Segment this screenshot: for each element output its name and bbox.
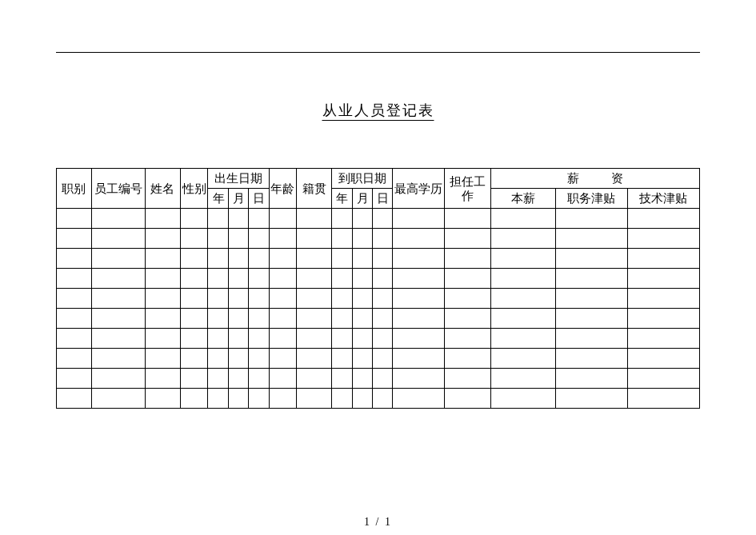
- table-cell: [228, 269, 248, 289]
- table-row: [57, 229, 700, 249]
- table-cell: [490, 309, 555, 329]
- table-cell: [91, 329, 145, 349]
- table-cell: [249, 389, 269, 409]
- table-row: [57, 389, 700, 409]
- table-cell: [180, 389, 208, 409]
- col-job-category: 职别: [57, 169, 92, 209]
- col-name-label: 姓名: [150, 182, 174, 195]
- table-header: 职别 员工编号 姓名 性别 出生日期 年龄 籍贯 到职日期 最高学历 担任工作 …: [57, 169, 700, 209]
- table-cell: [180, 309, 208, 329]
- col-birth-year: 年: [208, 189, 228, 209]
- table-cell: [57, 349, 92, 369]
- table-cell: [145, 369, 180, 389]
- table-cell: [555, 249, 627, 269]
- table-cell: [352, 389, 372, 409]
- table-cell: [269, 269, 297, 289]
- table-cell: [555, 369, 627, 389]
- table-row: [57, 369, 700, 389]
- table-cell: [352, 249, 372, 269]
- table-cell: [332, 289, 352, 309]
- table-cell: [490, 269, 555, 289]
- table-cell: [332, 309, 352, 329]
- col-birth-day: 日: [249, 189, 269, 209]
- table-row: [57, 309, 700, 329]
- table-cell: [145, 349, 180, 369]
- table-row: [57, 349, 700, 369]
- table-cell: [180, 349, 208, 369]
- table-cell: [91, 309, 145, 329]
- table-cell: [445, 289, 491, 309]
- col-gender: 性别: [180, 169, 208, 209]
- table-cell: [57, 369, 92, 389]
- table-cell: [352, 329, 372, 349]
- table-cell: [445, 329, 491, 349]
- table-cell: [297, 389, 332, 409]
- table-cell: [490, 289, 555, 309]
- col-native-place: 籍贯: [297, 169, 332, 209]
- col-hire-month-label: 月: [357, 192, 368, 205]
- table-cell: [228, 289, 248, 309]
- table-cell: [490, 389, 555, 409]
- table-cell: [372, 249, 392, 269]
- table-cell: [445, 269, 491, 289]
- table-cell: [297, 349, 332, 369]
- table-cell: [393, 389, 445, 409]
- table-cell: [372, 389, 392, 409]
- col-base-salary: 本薪: [490, 189, 555, 209]
- table-cell: [445, 309, 491, 329]
- table-cell: [627, 289, 699, 309]
- table-cell: [208, 349, 228, 369]
- table-cell: [445, 369, 491, 389]
- table-cell: [208, 369, 228, 389]
- col-birth-date-label: 出生日期: [214, 172, 262, 185]
- table-cell: [372, 209, 392, 229]
- table-cell: [228, 349, 248, 369]
- col-salary-group-label: 薪资: [535, 172, 655, 185]
- table-cell: [208, 389, 228, 409]
- table-cell: [249, 349, 269, 369]
- table-cell: [555, 269, 627, 289]
- col-native-place-label: 籍贯: [302, 182, 326, 195]
- col-birth-month-label: 月: [233, 192, 244, 205]
- col-assigned-work-label: 担任工作: [450, 175, 486, 202]
- table-cell: [555, 229, 627, 249]
- table-cell: [91, 349, 145, 369]
- table-cell: [627, 269, 699, 289]
- table-cell: [269, 289, 297, 309]
- table-cell: [145, 289, 180, 309]
- table-cell: [627, 229, 699, 249]
- col-birth-year-label: 年: [213, 192, 224, 205]
- table-cell: [269, 309, 297, 329]
- table-cell: [249, 209, 269, 229]
- table-cell: [228, 389, 248, 409]
- page-title: 从业人员登记表: [322, 101, 434, 120]
- page-footer: 1 / 1: [0, 516, 756, 529]
- col-gender-label: 性别: [182, 182, 206, 195]
- table-cell: [180, 289, 208, 309]
- table-cell: [180, 369, 208, 389]
- table-cell: [393, 269, 445, 289]
- col-hire-year: 年: [332, 189, 352, 209]
- table-cell: [490, 229, 555, 249]
- table-cell: [627, 389, 699, 409]
- table-cell: [269, 369, 297, 389]
- table-cell: [332, 369, 352, 389]
- table-cell: [228, 329, 248, 349]
- table-cell: [269, 249, 297, 269]
- table-cell: [352, 229, 372, 249]
- col-hire-day: 日: [372, 189, 392, 209]
- employee-register-table: 职别 员工编号 姓名 性别 出生日期 年龄 籍贯 到职日期 最高学历 担任工作 …: [56, 168, 700, 409]
- table-cell: [372, 369, 392, 389]
- table-cell: [372, 309, 392, 329]
- table-cell: [445, 209, 491, 229]
- table-cell: [393, 209, 445, 229]
- table-row: [57, 209, 700, 229]
- table-cell: [145, 269, 180, 289]
- col-employee-id-label: 员工编号: [94, 182, 142, 195]
- table-cell: [352, 369, 372, 389]
- table-cell: [332, 209, 352, 229]
- table-cell: [297, 269, 332, 289]
- table-cell: [393, 369, 445, 389]
- table-cell: [145, 389, 180, 409]
- col-employee-id: 员工编号: [91, 169, 145, 209]
